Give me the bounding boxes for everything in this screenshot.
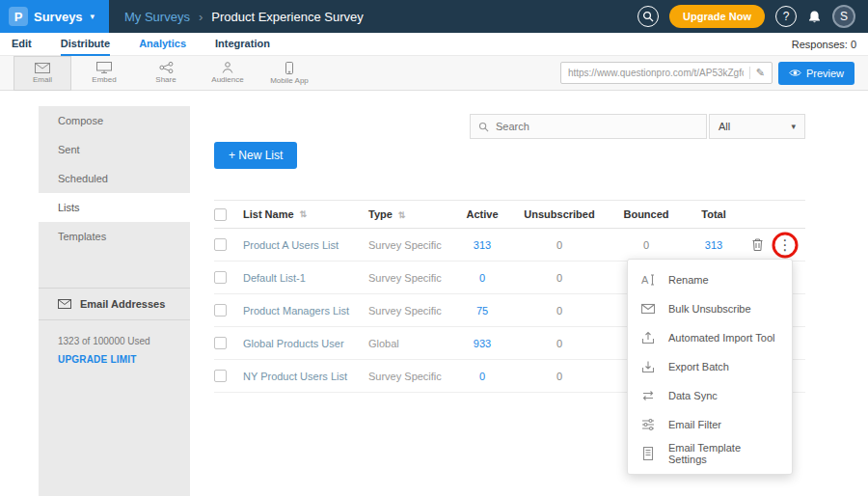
channel-label: Email [33,75,52,84]
row-checkbox[interactable] [214,370,227,382]
filter-value: All [719,121,730,132]
tab-integration[interactable]: Integration [215,33,270,56]
unsubscribed-count: 0 [511,305,608,317]
header-list-name[interactable]: List Name⇅ [243,208,368,220]
list-actions-context-menu: A Rename Bulk Unsubscribe Automated Impo… [627,259,793,475]
channel-mobile-app[interactable]: Mobile App [260,56,318,91]
bounced-count: 0 [608,239,685,251]
menu-item-label: Export Batch [668,361,729,372]
unsubscribed-count: 0 [511,371,608,382]
row-checkbox[interactable] [214,337,227,349]
questionpro-logo: P [9,7,28,26]
channel-label: Mobile App [270,76,309,85]
mobile-app-icon [285,62,294,74]
menu-item-label: Email Filter [668,419,721,430]
upgrade-limit-link[interactable]: UPGRADE LIMIT [39,346,190,365]
row-checkbox[interactable] [214,238,227,251]
list-type: Global [368,338,453,349]
active-count[interactable]: 0 [453,272,511,284]
upgrade-now-button[interactable]: Upgrade Now [669,5,765,28]
sidebar-item-templates[interactable]: Templates [39,222,190,251]
surveys-menu-label: Surveys [34,10,83,24]
sidebar-item-lists[interactable]: Lists [39,193,190,222]
email-template-settings-icon [641,447,657,460]
menu-item-email-filter[interactable]: Email Filter [628,410,792,439]
header-active: Active [453,208,511,220]
sidebar-item-scheduled[interactable]: Scheduled [39,164,190,193]
list-type: Survey Specific [368,272,453,284]
channel-label: Share [155,75,176,84]
list-type: Survey Specific [368,239,453,251]
menu-item-label: Data Sync [668,390,718,401]
help-button[interactable]: ? [775,6,797,27]
delete-list-button[interactable] [752,238,763,251]
active-count[interactable]: 0 [453,371,511,382]
trash-icon [752,238,763,251]
tab-analytics[interactable]: Analytics [139,33,186,56]
menu-item-data-sync[interactable]: Data Sync [628,381,792,410]
row-checkbox[interactable] [214,271,227,284]
unsubscribed-count: 0 [511,338,608,349]
select-all-checkbox[interactable] [214,208,227,221]
edit-url-pencil-icon[interactable]: ✎ [749,67,765,79]
search-input[interactable] [496,121,698,132]
email-filter-icon [641,418,657,431]
new-list-button[interactable]: + New List [214,142,297,169]
active-count[interactable]: 75 [453,305,511,317]
preview-button[interactable]: Preview [778,62,854,85]
channel-embed[interactable]: Embed [75,56,133,91]
list-name-link[interactable]: Product A Users List [243,239,368,251]
email-usage-text: 1323 of 100000 Used [39,320,190,346]
breadcrumb-separator: › [199,10,203,24]
list-filter-dropdown[interactable]: All ▾ [709,114,805,139]
tab-distribute[interactable]: Distribute [61,33,110,56]
share-icon [159,62,174,73]
export-batch-icon [641,360,657,373]
row-actions-menu-button[interactable]: ⋮ [776,234,794,257]
email-addresses-header: Email Addresses [39,288,190,320]
menu-item-label: Rename [668,274,709,286]
header-unsubscribed: Unsubscribed [511,208,608,220]
chevron-down-icon: ▾ [91,12,95,21]
channel-audience[interactable]: Audience [199,56,257,91]
responses-count: Responses: 0 [792,39,856,50]
active-count[interactable]: 933 [453,338,511,349]
breadcrumb-my-surveys[interactable]: My Surveys [124,10,190,24]
notifications-button[interactable] [807,10,822,24]
header-total: Total [685,208,743,220]
channel-share[interactable]: Share [137,56,195,91]
sort-icon[interactable]: ⇅ [300,209,308,219]
kebab-menu-icon: ⋮ [778,237,793,252]
survey-url-input[interactable] [568,68,744,78]
list-name-link[interactable]: Default List-1 [243,272,368,284]
tab-edit[interactable]: Edit [12,33,32,56]
search-row: All ▾ [470,114,805,139]
svg-text:A: A [641,274,649,286]
avatar[interactable]: S [832,5,855,28]
list-name-link[interactable]: NY Product Users List [243,371,368,382]
list-name-link[interactable]: Global Products User [243,338,368,349]
search-button[interactable] [637,6,659,27]
survey-nav-tabs: Edit Distribute Analytics Integration Re… [0,33,868,56]
topbar: P Surveys ▾ My Surveys › Product Experie… [0,0,868,33]
row-checkbox[interactable] [214,304,227,317]
list-type: Survey Specific [368,305,453,317]
channel-email[interactable]: Email [14,56,71,91]
list-name-link[interactable]: Product Managers List [243,305,368,317]
survey-url-box: ✎ [560,62,773,84]
menu-item-automated-import-tool[interactable]: Automated Import Tool [628,323,792,352]
audience-icon [221,62,234,73]
active-count[interactable]: 313 [453,239,511,251]
embed-icon [96,62,112,73]
menu-item-bulk-unsubscribe[interactable]: Bulk Unsubscribe [628,294,792,323]
header-type[interactable]: Type⇅ [368,208,453,220]
menu-item-email-template-settings[interactable]: Email Template Settings [628,439,792,468]
menu-item-rename[interactable]: A Rename [628,265,792,294]
unsubscribed-count: 0 [511,239,608,251]
menu-item-export-batch[interactable]: Export Batch [628,352,792,381]
sidebar-item-sent[interactable]: Sent [39,135,190,164]
sidebar-item-compose[interactable]: Compose [39,106,190,135]
surveys-product-menu[interactable]: P Surveys ▾ [0,0,109,33]
distribute-toolbar: Email Embed Share Audience Mobile App ✎ … [0,56,868,91]
sort-icon[interactable]: ⇅ [398,210,406,220]
